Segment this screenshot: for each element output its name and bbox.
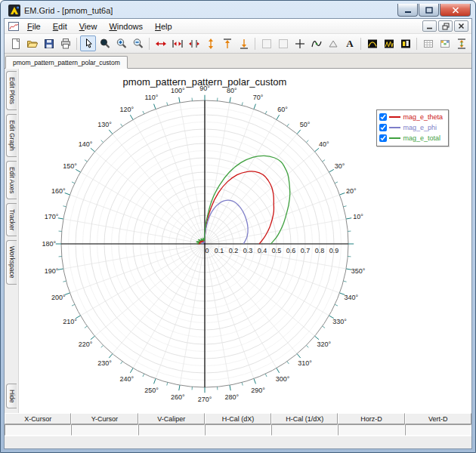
legend-swatch	[389, 137, 400, 139]
legend-label: mag_e_theta	[403, 113, 443, 121]
legend-item-mag-e-total: mag_e_total	[379, 133, 443, 143]
tab-pmom-pattern-polar-custom[interactable]: pmom_pattern_pattern_polar_custom	[5, 56, 128, 69]
sidebar-tab-edit-plots[interactable]: Edit Plots	[6, 71, 16, 110]
margin-horizontal-icon[interactable]	[186, 35, 202, 51]
svg-text:280°: 280°	[224, 393, 239, 401]
status-message-bar	[5, 436, 471, 448]
status-header-x-cursor: X-Cursor	[5, 413, 71, 424]
main-area: Edit PlotsEdit GraphEdit AxesTrackerWork…	[5, 69, 471, 413]
menu-view[interactable]: View	[73, 20, 104, 33]
toolbar-separator	[149, 38, 150, 50]
align-top-icon[interactable]	[219, 35, 235, 51]
app-logo-icon[interactable]	[8, 5, 20, 17]
texture-dark-1-icon[interactable]	[364, 35, 380, 51]
svg-text:70°: 70°	[253, 94, 264, 101]
svg-text:230°: 230°	[97, 359, 112, 367]
svg-text:0.5: 0.5	[272, 247, 282, 254]
menu-help[interactable]: Help	[149, 20, 178, 33]
blank-toggle-1-icon[interactable]	[258, 35, 274, 51]
sidebar-tab-workspace[interactable]: Workspace	[6, 240, 16, 284]
align-bottom-icon[interactable]	[236, 35, 252, 51]
svg-text:270°: 270°	[198, 396, 212, 403]
legend-checkbox-mag-e-theta[interactable]	[379, 113, 387, 121]
texture-dark-3-icon[interactable]	[397, 35, 413, 51]
add-text-icon[interactable]: A	[342, 35, 357, 51]
menu-items: FileEditViewWindowsHelp	[21, 20, 178, 33]
scroll-horizontal-icon[interactable]	[169, 35, 185, 51]
status-header-v-caliper: V-Caliper	[138, 413, 205, 424]
svg-text:290°: 290°	[251, 387, 265, 394]
select-cursor-icon[interactable]	[80, 35, 96, 51]
svg-text:210°: 210°	[63, 318, 77, 325]
toolbar: A Layout	[5, 34, 471, 54]
grid-color-icon[interactable]	[437, 35, 453, 51]
legend-label: mag_e_total	[403, 134, 440, 142]
svg-text:20°: 20°	[346, 187, 357, 195]
legend-swatch	[389, 127, 400, 128]
new-document-icon[interactable]	[8, 35, 23, 51]
mdi-minimize-button[interactable]	[422, 20, 437, 32]
svg-text:100°: 100°	[171, 87, 185, 94]
plot-area[interactable]: 10°20°30°40°50°60°70°80°90°100°110°120°1…	[19, 69, 471, 413]
add-triangle-icon[interactable]	[325, 35, 341, 51]
client-area: FileEditViewWindowsHelp A Layout pmom_pa…	[4, 18, 472, 449]
legend-checkbox-mag-e-total[interactable]	[379, 134, 387, 142]
menu-windows[interactable]: Windows	[103, 20, 149, 33]
status-value-cell	[338, 424, 404, 436]
close-button[interactable]	[440, 4, 471, 17]
status-value-cell	[71, 424, 138, 436]
svg-text:30°: 30°	[335, 162, 345, 170]
minimize-button[interactable]	[397, 4, 418, 17]
blank-toggle-2-icon[interactable]	[275, 35, 291, 51]
svg-text:200°: 200°	[51, 294, 66, 301]
sidebar-tab-tracker[interactable]: Tracker	[6, 203, 16, 237]
svg-text:350°: 350°	[351, 267, 366, 275]
fit-plot-vertical-icon[interactable]	[453, 35, 469, 51]
status-value-cell	[205, 424, 271, 436]
sidebar-tab-edit-axes[interactable]: Edit Axes	[6, 161, 16, 199]
sidebar-tab-hide[interactable]: Hide	[6, 384, 16, 408]
fit-width-icon[interactable]	[153, 35, 168, 51]
add-crosshair-icon[interactable]	[292, 35, 308, 51]
legend-checkbox-mag-e-phi[interactable]	[379, 124, 387, 131]
status-value-cell	[405, 424, 471, 436]
cursor-readout-table: X-CursorY-CursorV-CaliperH-Cal (dX)H-Cal…	[5, 413, 471, 436]
svg-text:50°: 50°	[300, 121, 311, 128]
svg-text:0.9: 0.9	[329, 247, 339, 254]
zoom-box-icon[interactable]	[97, 35, 113, 51]
print-icon[interactable]	[57, 35, 73, 51]
texture-dark-2-icon[interactable]	[381, 35, 397, 51]
zoom-out-icon[interactable]	[130, 35, 146, 51]
zoom-in-icon[interactable]	[113, 35, 129, 51]
save-icon[interactable]	[41, 35, 57, 51]
svg-text:300°: 300°	[276, 375, 290, 383]
document-icon[interactable]	[8, 20, 20, 32]
svg-text:340°: 340°	[344, 294, 358, 301]
open-file-icon[interactable]	[24, 35, 40, 51]
svg-text:120°: 120°	[120, 106, 134, 113]
sidebar-tab-edit-graph[interactable]: Edit Graph	[6, 114, 16, 157]
svg-text:0.6: 0.6	[286, 247, 296, 254]
svg-text:0.3: 0.3	[243, 247, 253, 254]
svg-text:130°: 130°	[97, 121, 112, 128]
status-header-horz-d: Horz-D	[338, 413, 404, 424]
svg-text:260°: 260°	[171, 393, 185, 401]
menu-file[interactable]: File	[21, 20, 47, 33]
menu-edit[interactable]: Edit	[47, 20, 73, 33]
status-header-y-cursor: Y-Cursor	[71, 413, 138, 424]
window-title: EM.Grid - [pmom_tut6a]	[24, 6, 113, 15]
legend-item-mag-e-theta: mag_e_theta	[379, 112, 443, 122]
add-curve-icon[interactable]	[308, 35, 324, 51]
grid-table-icon[interactable]	[420, 35, 436, 51]
svg-text:0.7: 0.7	[301, 247, 311, 254]
mdi-restore-button[interactable]	[438, 20, 453, 32]
fit-height-icon[interactable]	[202, 35, 218, 51]
toolbar-separator	[76, 38, 77, 50]
svg-text:310°: 310°	[298, 359, 312, 367]
status-value-cell	[271, 424, 338, 436]
sidebar-tabs: Edit PlotsEdit GraphEdit AxesTrackerWork…	[5, 69, 19, 413]
maximize-button[interactable]	[419, 4, 439, 17]
svg-text:240°: 240°	[120, 375, 134, 383]
legend-swatch	[389, 116, 400, 118]
mdi-close-button[interactable]	[454, 20, 468, 32]
